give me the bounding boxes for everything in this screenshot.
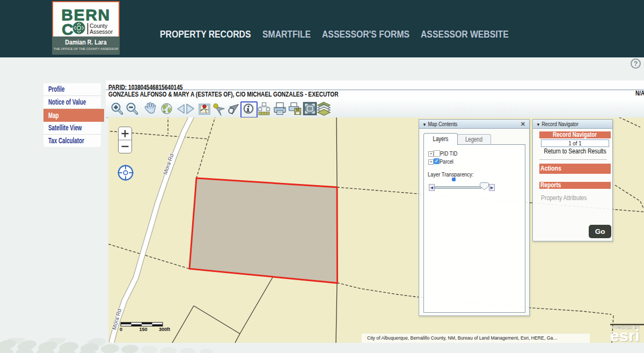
svg-text:150: 150 [139, 327, 147, 332]
svg-text:0: 0 [120, 327, 122, 332]
svg-text:City of Albuquerque, Bernalill: City of Albuquerque, Bernalillo County, … [367, 335, 558, 341]
svg-text:C: C [62, 20, 74, 38]
svg-text:Assessor: Assessor [90, 28, 113, 35]
svg-text:300ft: 300ft [159, 327, 170, 332]
svg-text:esri: esri [610, 327, 640, 343]
